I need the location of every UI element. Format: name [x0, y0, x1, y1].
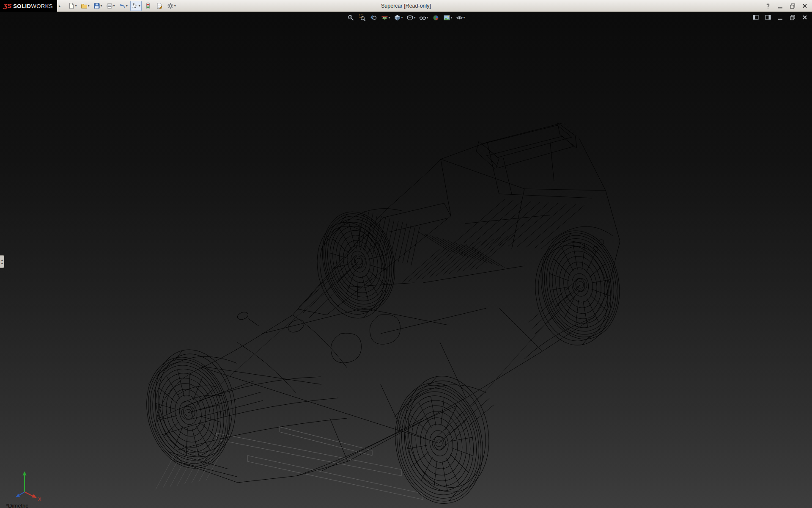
view-settings-button[interactable]: ▾ — [455, 13, 466, 22]
options-dropdown-caret[interactable]: ▾ — [174, 4, 176, 8]
logo-text-solid: SOLID — [13, 3, 31, 9]
display-style-button[interactable]: ▾ — [405, 13, 417, 22]
doc-restore-icon — [789, 14, 796, 21]
graphics-viewport[interactable]: ▾▾▾▾▾▾ ◂ ◂ X *Dimetric — [0, 12, 812, 508]
display-style-dropdown-caret[interactable]: ▾ — [414, 16, 415, 19]
pane-left-button[interactable] — [751, 14, 760, 21]
save-button[interactable]: ▾ — [92, 1, 104, 11]
apply-scene-dropdown-caret[interactable]: ▾ — [451, 16, 453, 19]
window-controls — [763, 0, 809, 12]
restore-button[interactable] — [788, 2, 797, 10]
rebuild-icon — [145, 3, 151, 9]
new-document-dropdown-caret[interactable]: ▾ — [75, 4, 77, 8]
wheel — [305, 204, 406, 326]
zoom-to-area-icon — [359, 14, 365, 21]
menubar-toolbar: ▾▾▾▾▾▾▾ — [67, 1, 177, 11]
zoom-to-fit-button[interactable] — [346, 13, 356, 22]
doc-minimize-button[interactable] — [776, 14, 785, 21]
new-document-icon — [68, 3, 75, 9]
doc-close-button[interactable] — [800, 14, 809, 21]
section-view-button[interactable]: ▾ — [380, 13, 391, 22]
apply-scene-icon — [444, 14, 450, 21]
wheel — [134, 341, 249, 478]
select-dropdown-caret[interactable]: ▾ — [139, 4, 140, 8]
dassault-systemes-icon: ƷS — [3, 2, 11, 9]
view-settings-dropdown-caret[interactable]: ▾ — [464, 16, 465, 19]
undo-dropdown-caret[interactable]: ▾ — [126, 4, 128, 8]
pane-right-icon — [765, 14, 771, 21]
edit-appearance-button[interactable] — [431, 13, 441, 22]
titlebar: ƷS SOLIDWORKS ▸ ▾▾▾▾▾▾▾ Supercar [Read-o… — [0, 0, 812, 12]
logo-text-works: WORKS — [31, 3, 53, 9]
undo-icon — [119, 3, 126, 9]
view-orientation-label: *Dimetric — [6, 502, 28, 508]
triad-x-label: X — [38, 497, 41, 501]
solidworks-logo[interactable]: ƷS SOLIDWORKS — [0, 0, 57, 12]
open-document-icon — [81, 3, 88, 9]
view-orientation-dropdown-caret[interactable]: ▾ — [401, 16, 403, 19]
display-style-icon — [406, 14, 413, 21]
file-properties-icon — [156, 3, 163, 9]
close-icon — [801, 3, 808, 9]
section-view-icon — [381, 14, 388, 21]
hide-show-items-button[interactable]: ▾ — [418, 13, 430, 22]
previous-view-icon — [370, 14, 377, 21]
collapse-arrow-icon: ◂ — [1, 259, 3, 262]
file-properties-button[interactable] — [154, 1, 165, 11]
apply-scene-button[interactable]: ▾ — [442, 13, 454, 22]
rebuild-button[interactable] — [143, 1, 153, 11]
doc-minimize-icon — [777, 14, 784, 21]
edit-appearance-icon — [433, 14, 439, 21]
print-dropdown-caret[interactable]: ▾ — [113, 4, 115, 8]
zoom-to-area-button[interactable] — [357, 13, 367, 22]
hide-show-items-icon — [420, 14, 426, 21]
select-icon — [132, 3, 138, 9]
wheels — [134, 204, 629, 508]
collapse-arrow-icon: ◂ — [1, 262, 3, 265]
undo-button[interactable]: ▾ — [118, 1, 129, 11]
minimize-button[interactable] — [776, 2, 785, 10]
restore-icon — [789, 3, 796, 9]
doc-close-icon — [801, 14, 808, 21]
view-orientation-icon — [394, 14, 401, 21]
doc-restore-button[interactable] — [788, 14, 797, 21]
minimize-icon — [777, 3, 784, 9]
document-window-controls — [751, 14, 809, 21]
new-document-button[interactable]: ▾ — [67, 1, 78, 11]
menu-flyout-arrow-icon[interactable]: ▸ — [59, 4, 61, 8]
wheel — [385, 370, 500, 508]
window-title: Supercar [Read-only] — [381, 3, 431, 9]
section-view-dropdown-caret[interactable]: ▾ — [388, 16, 390, 19]
zoom-to-fit-icon — [347, 14, 354, 21]
hide-show-items-dropdown-caret[interactable]: ▾ — [427, 16, 428, 19]
help-icon — [765, 3, 771, 9]
select-button[interactable]: ▾ — [130, 1, 142, 11]
options-button[interactable]: ▾ — [166, 1, 177, 11]
view-settings-icon — [456, 14, 463, 21]
orientation-triad: X — [7, 466, 42, 501]
open-document-button[interactable]: ▾ — [80, 1, 91, 11]
featuremanager-collapse-tab[interactable]: ◂ ◂ — [0, 255, 4, 268]
headsup-view-toolbar: ▾▾▾▾▾▾ — [346, 13, 466, 22]
help-button[interactable] — [763, 2, 773, 10]
pane-left-icon — [752, 14, 759, 21]
print-icon — [106, 3, 113, 9]
print-button[interactable]: ▾ — [105, 1, 116, 11]
close-button[interactable] — [800, 2, 809, 10]
pane-right-button[interactable] — [763, 14, 773, 21]
chassis-rails — [156, 427, 423, 500]
wireframe-car-model[interactable] — [0, 12, 812, 508]
options-icon — [167, 3, 174, 9]
previous-view-button[interactable] — [368, 13, 379, 22]
open-document-dropdown-caret[interactable]: ▾ — [88, 4, 90, 8]
view-orientation-button[interactable]: ▾ — [392, 13, 404, 22]
save-dropdown-caret[interactable]: ▾ — [101, 4, 102, 8]
save-icon — [93, 3, 100, 9]
